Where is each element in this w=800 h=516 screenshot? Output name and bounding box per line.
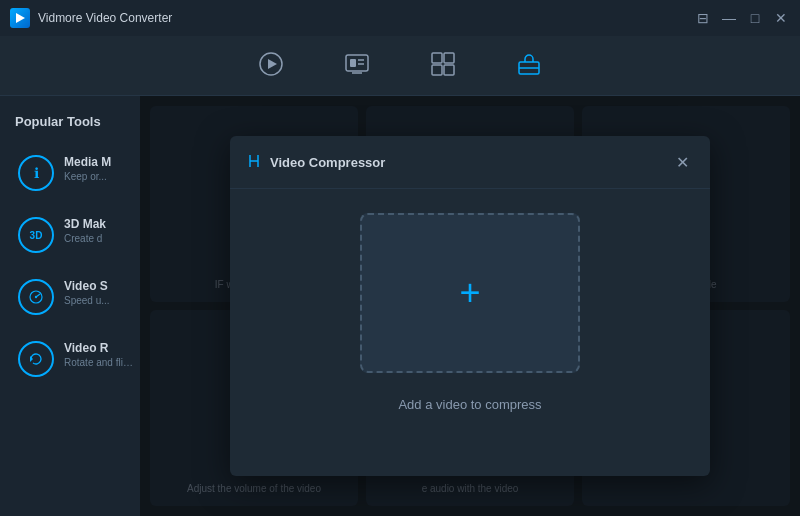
svg-rect-10: [432, 65, 442, 75]
toolbox-icon: [516, 51, 542, 81]
drop-label: Add a video to compress: [230, 397, 710, 412]
title-bar-controls: ⊟ — □ ✕: [694, 9, 790, 27]
sidebar-item-rotate[interactable]: Video R Rotate and flip the video as you…: [6, 329, 134, 389]
main-nav: [0, 36, 800, 96]
drop-plus-icon: +: [459, 275, 480, 311]
media-desc: Keep or...: [64, 171, 111, 182]
content-area: Popular Tools ℹ Media M Keep or... 3D 3D…: [0, 96, 800, 516]
app-icon: [10, 8, 30, 28]
media-icon: ℹ: [18, 155, 54, 191]
svg-rect-9: [444, 53, 454, 63]
speed-icon: [18, 279, 54, 315]
modal-close-button[interactable]: ✕: [670, 150, 694, 174]
close-button[interactable]: ✕: [772, 9, 790, 27]
drop-zone[interactable]: +: [360, 213, 580, 373]
sidebar-item-3d[interactable]: 3D 3D Mak Create d: [6, 205, 134, 265]
convert-icon: [258, 51, 284, 81]
subtitle-button[interactable]: ⊟: [694, 9, 712, 27]
app-title: Vidmore Video Converter: [38, 11, 172, 25]
sidebar: Popular Tools ℹ Media M Keep or... 3D 3D…: [0, 96, 140, 516]
sidebar-text-media: Media M Keep or...: [64, 155, 111, 182]
svg-rect-8: [432, 53, 442, 63]
edit-icon: [344, 51, 370, 81]
sidebar-text-3d: 3D Mak Create d: [64, 217, 106, 244]
rotate-icon: [18, 341, 54, 377]
title-bar: Vidmore Video Converter ⊟ — □ ✕: [0, 0, 800, 36]
modal-overlay: Video Compressor ✕ + Add a video to comp…: [140, 96, 800, 516]
sidebar-item-speed[interactable]: Video S Speed u...: [6, 267, 134, 327]
svg-marker-2: [268, 59, 277, 69]
3d-title: 3D Mak: [64, 217, 106, 231]
video-compressor-modal: Video Compressor ✕ + Add a video to comp…: [230, 136, 710, 476]
minimize-button[interactable]: —: [720, 9, 738, 27]
sidebar-title: Popular Tools: [0, 106, 140, 141]
3d-desc: Create d: [64, 233, 106, 244]
svg-rect-4: [350, 59, 356, 67]
3d-icon: 3D: [18, 217, 54, 253]
modal-title: Video Compressor: [270, 155, 385, 170]
maximize-button[interactable]: □: [746, 9, 764, 27]
media-title: Media M: [64, 155, 111, 169]
nav-item-convert[interactable]: [258, 51, 284, 81]
nav-item-toolbox[interactable]: [516, 51, 542, 81]
modal-header: Video Compressor ✕: [230, 136, 710, 189]
speed-title: Video S: [64, 279, 110, 293]
modal-title-icon: [246, 153, 262, 172]
nav-item-edit[interactable]: [344, 51, 370, 81]
rotate-desc: Rotate and flip the video as you like: [64, 357, 134, 368]
title-bar-left: Vidmore Video Converter: [10, 8, 172, 28]
rotate-title: Video R: [64, 341, 134, 355]
tools-grid: GIF IF with your video deos to the perfe…: [140, 96, 800, 516]
svg-point-15: [35, 296, 37, 298]
sidebar-text-rotate: Video R Rotate and flip the video as you…: [64, 341, 134, 368]
speed-desc: Speed u...: [64, 295, 110, 306]
collage-icon: [430, 51, 456, 81]
svg-rect-11: [444, 65, 454, 75]
sidebar-text-speed: Video S Speed u...: [64, 279, 110, 306]
svg-marker-0: [16, 13, 25, 23]
nav-item-collage[interactable]: [430, 51, 456, 81]
svg-rect-3: [346, 55, 368, 71]
sidebar-item-media[interactable]: ℹ Media M Keep or...: [6, 143, 134, 203]
